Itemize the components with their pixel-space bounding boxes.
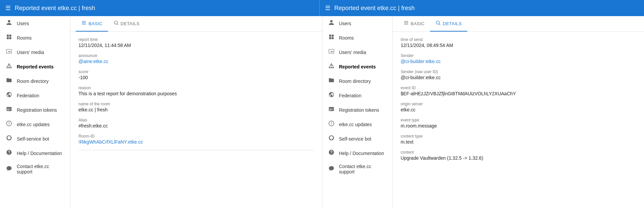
sidebar-item-contact-support[interactable]: Contact etke.cc support	[0, 160, 70, 178]
content-left: BASIC DETAILS report time 12/11/2024, 11…	[70, 16, 322, 208]
origin-server-label: origin server	[401, 102, 636, 106]
field-content: content Upgrade Vaultwarden (1.32.5 -> 1…	[401, 150, 636, 161]
basic-content-left: report time 12/11/2024, 11:44:58 AM anno…	[70, 32, 322, 208]
tab-basic-right-icon	[404, 20, 409, 27]
sender-value[interactable]: @ci-builder:etke.cc	[401, 59, 636, 64]
svg-rect-16	[331, 37, 333, 39]
hamburger-icon-right[interactable]: ☰	[325, 4, 330, 12]
sidebar-item-users-media[interactable]: Users' media	[0, 45, 70, 59]
field-event-id: event ID $EF-alHEzJZrVBJZfjlnGt6TMdAUizV…	[401, 86, 636, 96]
top-bar: ☰ Reported event etke.cc | fresh ☰ Repor…	[0, 0, 644, 16]
sidebar-icon-rooms	[328, 34, 335, 42]
tab-basic-left-label: BASIC	[89, 21, 103, 26]
sidebar-label-contact-support: Contact etke.cc support	[17, 164, 65, 174]
svg-rect-15	[329, 37, 331, 39]
sidebar-item-users[interactable]: Users	[322, 16, 392, 31]
sidebar-label-rooms: Rooms	[17, 35, 32, 41]
sidebar-item-updates[interactable]: etke.cc updates	[0, 117, 70, 132]
field-announcer: announcer @aine:etke.cc	[78, 53, 314, 64]
sidebar-icon-help-doc	[5, 149, 13, 157]
sidebar-item-room-directory[interactable]: Room directory	[0, 74, 70, 88]
sidebar-label-contact-support: Contact etke.cc support	[339, 164, 387, 174]
sidebar-item-help-doc[interactable]: Help / Documentation	[0, 146, 70, 160]
svg-rect-14	[331, 35, 333, 37]
sidebar-label-self-service-bot: Self-service bot	[17, 136, 49, 142]
svg-rect-21	[404, 21, 408, 21]
alias-value: #fresh:etke.cc	[78, 123, 314, 128]
tab-basic-left-icon	[81, 20, 87, 27]
time-of-send-label: time of send	[401, 37, 636, 42]
sidebar-item-federation[interactable]: Federation	[0, 88, 70, 103]
sidebar-item-updates[interactable]: etke.cc updates	[322, 117, 392, 132]
sidebar-item-users[interactable]: Users	[0, 16, 70, 31]
sidebar-item-contact-support[interactable]: Contact etke.cc support	[322, 160, 392, 178]
tab-details-left[interactable]: DETAILS	[108, 16, 145, 32]
sidebar-left: UsersRoomsUsers' mediaReported eventsRoo…	[0, 16, 70, 208]
room-id-value[interactable]: !RikgWhAbCrfXLlFaNY:etke.cc	[78, 139, 314, 145]
sidebar-label-registration-tokens: Registration tokens	[339, 107, 379, 113]
main-container: UsersRoomsUsers' mediaReported eventsRoo…	[0, 16, 644, 208]
sidebar-label-users: Users	[339, 21, 352, 26]
sidebar-icon-room-directory	[5, 77, 13, 85]
sidebar-icon-users	[328, 19, 335, 27]
content-right: BASIC DETAILS time of send 12/11/2024, 0…	[393, 16, 644, 208]
tab-basic-right[interactable]: BASIC	[398, 16, 430, 32]
svg-rect-0	[7, 35, 9, 37]
sidebar-label-users-media: Users' media	[17, 50, 44, 55]
svg-rect-13	[329, 35, 331, 37]
sidebar-icon-reported-events	[5, 63, 13, 70]
sidebar-icon-registration-tokens	[5, 106, 13, 114]
sender-label: Sender	[401, 53, 636, 58]
content-type-value: m.text	[401, 139, 636, 145]
svg-rect-3	[9, 37, 11, 39]
svg-line-25	[439, 24, 440, 25]
sidebar-label-reported-events: Reported events	[17, 64, 54, 69]
sidebar-icon-contact-support	[328, 165, 335, 173]
sidebar-item-federation[interactable]: Federation	[322, 88, 392, 103]
sidebar-item-rooms[interactable]: Rooms	[0, 31, 70, 45]
hamburger-icon-left[interactable]: ☰	[5, 4, 11, 12]
tab-details-right[interactable]: DETAILS	[430, 16, 467, 32]
sidebar-item-registration-tokens[interactable]: Registration tokens	[0, 103, 70, 117]
sidebar-item-rooms[interactable]: Rooms	[322, 31, 392, 45]
content-value: Upgrade Vaultwarden (1.32.5 -> 1.32.6)	[401, 155, 636, 161]
svg-rect-20	[331, 124, 332, 125]
top-bar-title-right: Reported event etke.cc | fresh	[334, 5, 415, 12]
sidebar-item-registration-tokens[interactable]: Registration tokens	[322, 103, 392, 117]
sidebar-item-help-doc[interactable]: Help / Documentation	[322, 146, 392, 160]
sidebar-item-users-media[interactable]: Users' media	[322, 45, 392, 59]
sidebar-icon-registration-tokens	[328, 106, 335, 114]
sidebar-label-rooms: Rooms	[339, 35, 354, 41]
svg-rect-1	[9, 35, 11, 37]
svg-rect-10	[82, 24, 86, 24]
field-sender: Sender @ci-builder:etke.cc	[401, 53, 636, 64]
tab-basic-left[interactable]: BASIC	[76, 16, 108, 32]
sidebar-label-help-doc: Help / Documentation	[339, 151, 384, 156]
svg-rect-2	[7, 37, 9, 39]
sidebar-icon-help-doc	[328, 149, 335, 157]
sidebar-icon-users	[5, 19, 13, 27]
top-bar-right: ☰ Reported event etke.cc | fresh	[320, 4, 639, 12]
sidebar-label-updates: etke.cc updates	[17, 122, 50, 127]
event-id-value: $EF-alHEzJZrVBJZfjlnGt6TMdAUizVOLhLY2XUA…	[401, 91, 636, 96]
sidebar-item-self-service-bot[interactable]: Self-service bot	[322, 132, 392, 146]
sidebar-label-federation: Federation	[339, 93, 362, 98]
alias-label: Alias	[78, 118, 314, 122]
tab-details-right-label: DETAILS	[443, 21, 462, 26]
field-sender-raw: Sender (raw user ID) @ci-builder:etke.cc	[401, 69, 636, 80]
announcer-label: announcer	[78, 53, 314, 58]
reason-label: reason	[78, 86, 314, 90]
field-origin-server: origin server etke.cc	[401, 102, 636, 112]
room-id-label: Room-ID	[78, 134, 314, 139]
sidebar-item-reported-events[interactable]: Reported events	[322, 59, 392, 74]
sidebar-label-help-doc: Help / Documentation	[17, 151, 62, 156]
sidebar-label-reported-events: Reported events	[339, 64, 376, 69]
time-of-send-value: 12/11/2024, 08:49:54 AM	[401, 43, 636, 48]
sidebar-item-self-service-bot[interactable]: Self-service bot	[0, 132, 70, 146]
sidebar-item-room-directory[interactable]: Room directory	[322, 74, 392, 88]
sidebar-icon-self-service-bot	[5, 135, 13, 143]
announcer-value[interactable]: @aine:etke.cc	[78, 59, 314, 64]
field-event-type: event type m.room.message	[401, 118, 636, 128]
sidebar-item-reported-events[interactable]: Reported events	[0, 59, 70, 74]
field-room-id: Room-ID !RikgWhAbCrfXLlFaNY:etke.cc	[78, 134, 314, 145]
